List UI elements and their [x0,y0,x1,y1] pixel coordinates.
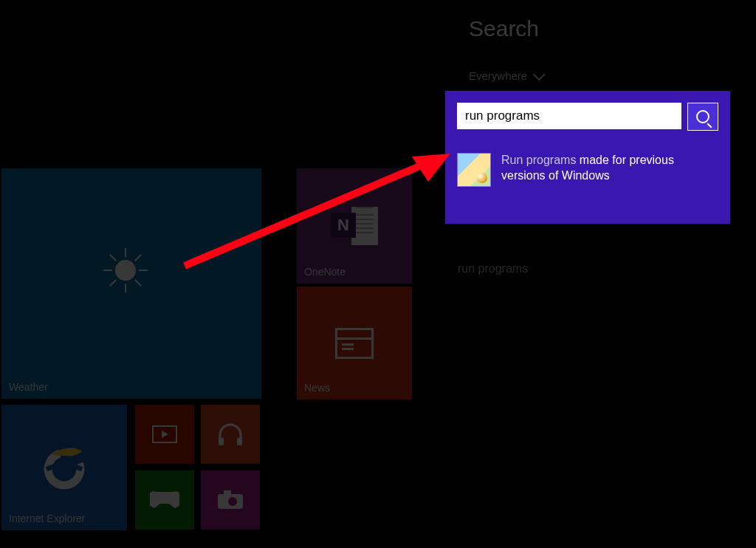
tile-label: OneNote [304,266,346,278]
search-result-text: Run programs made for previous versions … [501,153,715,184]
tile-video[interactable] [135,405,194,464]
tile-label: Weather [9,381,48,393]
tile-music[interactable] [201,405,260,464]
tile-news[interactable]: News [297,287,412,400]
ie-icon [38,442,90,493]
search-scope-label: Everywhere [469,69,527,82]
compatibility-icon [457,153,491,187]
search-title: Search [469,16,539,41]
start-screen: Weather N OneNote News Internet Explorer [0,0,413,548]
chevron-down-icon [533,68,546,81]
svg-point-7 [228,497,237,506]
search-icon [696,110,709,123]
onenote-icon: N [331,207,378,245]
svg-rect-3 [219,438,224,445]
tile-weather[interactable]: Weather [1,168,261,399]
news-icon [335,328,374,359]
search-input[interactable] [457,103,681,129]
search-scope-dropdown[interactable]: Everywhere [469,69,542,82]
search-button[interactable] [687,103,718,131]
svg-rect-6 [224,490,231,495]
video-icon [152,425,177,443]
search-result-item[interactable]: Run programs made for previous versions … [457,153,718,187]
tile-camera[interactable] [201,470,260,530]
search-suggestion[interactable]: run programs [458,262,528,275]
svg-rect-4 [237,438,242,445]
search-highlight-box: Run programs made for previous versions … [445,91,730,224]
gamepad-icon [150,490,179,510]
headphones-icon [217,422,244,447]
tile-onenote[interactable]: N OneNote [297,168,412,284]
tile-games[interactable] [135,470,194,530]
tile-label: Internet Explorer [9,513,86,524]
tile-internet-explorer[interactable]: Internet Explorer [1,405,127,530]
tile-label: News [304,382,330,394]
sun-icon [105,250,146,291]
svg-marker-2 [162,431,168,438]
camera-icon [216,490,244,510]
